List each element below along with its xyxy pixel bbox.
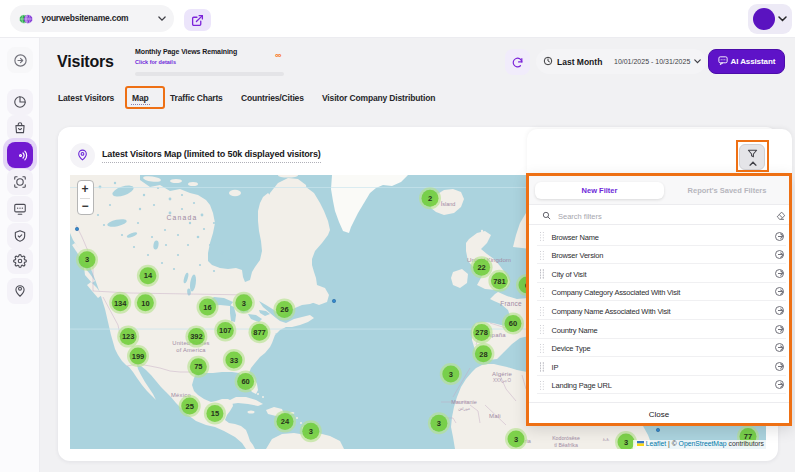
svg-text:16: 16 bbox=[203, 303, 211, 312]
svg-text:Mauritanie: Mauritanie bbox=[451, 399, 477, 405]
svg-text:33: 33 bbox=[230, 356, 238, 365]
svg-text:3: 3 bbox=[309, 427, 313, 436]
svg-text:278: 278 bbox=[475, 328, 488, 337]
svg-text:Kodorósêse: Kodorósêse bbox=[552, 435, 580, 441]
svg-text:134: 134 bbox=[114, 299, 127, 308]
svg-text:60: 60 bbox=[509, 319, 517, 328]
svg-text:60: 60 bbox=[241, 377, 249, 386]
svg-text:3: 3 bbox=[85, 255, 89, 264]
svg-text:14: 14 bbox=[144, 271, 153, 280]
svg-text:Algérie: Algérie bbox=[492, 371, 513, 377]
svg-text:3: 3 bbox=[242, 299, 246, 308]
svg-text:392: 392 bbox=[190, 332, 203, 341]
svg-text:3: 3 bbox=[624, 438, 628, 447]
svg-text:107: 107 bbox=[219, 326, 232, 335]
svg-text:مورلتن: مورلتن bbox=[458, 406, 470, 411]
svg-text:26: 26 bbox=[280, 305, 288, 314]
svg-text:3: 3 bbox=[449, 370, 453, 379]
svg-text:75: 75 bbox=[194, 362, 202, 371]
svg-text:2: 2 bbox=[428, 194, 432, 203]
svg-text:XXXجزO: XXXجزO bbox=[493, 378, 511, 383]
svg-text:tî Bêafrîka: tî Bêafrîka bbox=[554, 442, 578, 448]
svg-text:199: 199 bbox=[132, 352, 145, 361]
svg-text:25: 25 bbox=[186, 402, 194, 411]
svg-text:877: 877 bbox=[253, 328, 266, 337]
svg-text:781: 781 bbox=[493, 277, 506, 286]
svg-text:Ísland: Ísland bbox=[441, 201, 456, 207]
svg-text:3: 3 bbox=[437, 419, 441, 428]
svg-text:3: 3 bbox=[514, 435, 518, 444]
svg-text:Canada: Canada bbox=[166, 214, 197, 221]
svg-text:10: 10 bbox=[141, 299, 149, 308]
svg-text:አሕ: አሕ bbox=[603, 437, 610, 442]
svg-text:22: 22 bbox=[477, 263, 485, 272]
svg-text:28: 28 bbox=[479, 350, 487, 359]
svg-text:15: 15 bbox=[211, 409, 219, 418]
svg-text:of America: of America bbox=[176, 347, 206, 353]
svg-text:France: France bbox=[500, 300, 522, 307]
svg-text:123: 123 bbox=[122, 332, 135, 341]
svg-text:Mali: Mali bbox=[489, 413, 501, 419]
svg-text:24: 24 bbox=[281, 417, 290, 426]
